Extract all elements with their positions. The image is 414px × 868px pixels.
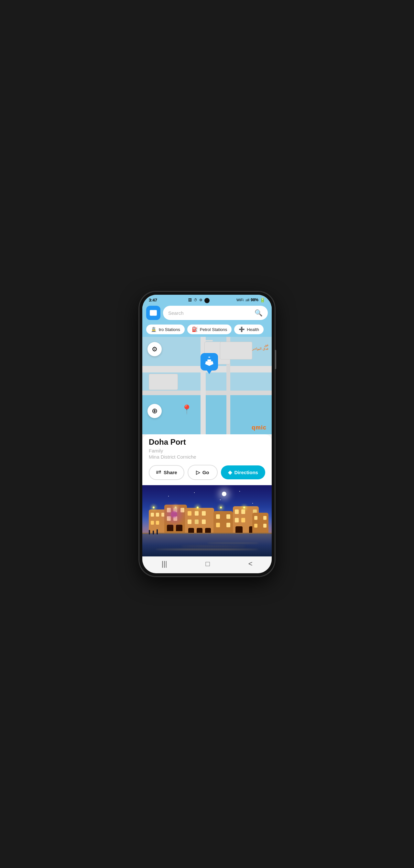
arabic-text-overlay: فقفدق البواخر	[252, 343, 269, 350]
window-c1	[187, 511, 192, 516]
ship-marker-box	[201, 353, 218, 371]
arch-e1	[236, 526, 243, 533]
app-icon[interactable]	[146, 306, 161, 320]
building-2	[220, 342, 252, 360]
metro-icon: 🚊	[151, 327, 157, 332]
back-icon: <	[248, 560, 252, 568]
building-row	[142, 500, 272, 535]
petrol-icon: ⛽	[192, 327, 198, 332]
water-reflection-overlay	[142, 534, 272, 556]
ship-icon	[204, 356, 215, 367]
petrol-label: Petrol Stations	[200, 327, 228, 332]
window-e5	[241, 518, 245, 522]
water-reflection-2	[181, 546, 246, 547]
share-button[interactable]: ⮂ Share	[149, 465, 184, 480]
search-bar-container: Search 🔍	[142, 304, 272, 323]
battery-icon: 🔋	[260, 297, 265, 303]
status-time: 3:47	[149, 298, 157, 303]
share-icon: ⮂	[156, 470, 161, 475]
share-label: Share	[164, 470, 177, 475]
place-detail-sheet: Doha Port Family Mina District Corniche …	[142, 434, 272, 485]
window-c2	[195, 511, 199, 516]
water-area	[142, 534, 272, 556]
road-horizontal-2	[142, 391, 272, 395]
building-3	[149, 374, 178, 390]
camera-icon: 🖼	[188, 298, 192, 302]
bldg-d	[213, 511, 233, 535]
person-2	[153, 530, 154, 534]
star-1	[168, 496, 169, 497]
window-e1	[235, 509, 239, 514]
window-d4	[227, 523, 230, 527]
water-reflection-3	[207, 543, 259, 544]
place-photo	[142, 485, 272, 556]
lamp-1	[153, 506, 154, 508]
directions-icon: ◈	[228, 469, 232, 475]
bldg-c	[185, 508, 214, 535]
window-2	[156, 513, 159, 517]
directions-label: Directions	[235, 470, 258, 475]
window-b3	[180, 508, 184, 513]
filter-chip-petrol[interactable]: ⛽ Petrol Stations	[187, 324, 232, 334]
filter-chips-container: 🚊 tro Stations ⛽ Petrol Stations ➕ Healt…	[142, 323, 272, 337]
map-settings-button[interactable]: ⚙	[147, 342, 162, 356]
health-icon: ➕	[239, 327, 245, 332]
search-placeholder: Search	[168, 310, 252, 316]
purple-light	[171, 511, 177, 518]
search-input-wrapper[interactable]: Search 🔍	[163, 306, 268, 320]
go-icon: ▷	[196, 469, 200, 475]
window-d3	[216, 523, 220, 527]
home-icon: □	[205, 560, 210, 568]
window-f2	[263, 516, 267, 520]
person-1	[149, 530, 150, 534]
window-c5	[195, 520, 199, 524]
arch-2	[176, 525, 182, 531]
window-d2	[227, 514, 230, 519]
phone-screen: 3:47 🖼 ⏱ ⚙ • WiFi .ull 98% 🔋	[142, 295, 272, 573]
filter-chip-metro[interactable]: 🚊 tro Stations	[146, 324, 185, 334]
phone-device: 3:47 🖼 ⏱ ⚙ • WiFi .ull 98% 🔋	[139, 291, 275, 577]
search-icon[interactable]: 🔍	[254, 309, 263, 317]
metro-label: tro Stations	[159, 327, 180, 332]
crosshair-icon: ⊕	[152, 407, 158, 415]
star-4	[239, 491, 240, 492]
recent-icon: |||	[162, 560, 167, 568]
window-f4	[263, 524, 267, 528]
window-b1	[167, 508, 171, 513]
window-5	[156, 521, 159, 525]
svg-rect-1	[208, 356, 210, 358]
camera2-icon: ⏱	[194, 298, 197, 302]
window-f3	[254, 524, 257, 528]
light-spot	[222, 492, 227, 496]
nav-home-button[interactable]: □	[205, 560, 210, 568]
people-silhouettes	[149, 529, 158, 534]
window-e2	[241, 509, 245, 514]
map-view[interactable]: فقفدق البواخر ⚙ ⊕	[142, 337, 272, 434]
directions-button[interactable]: ◈ Directions	[221, 465, 265, 479]
filter-chip-health[interactable]: ➕ Health	[234, 324, 264, 334]
arch-1	[167, 525, 173, 531]
red-location-pin: 📍	[181, 404, 193, 415]
nav-back-button[interactable]: <	[248, 560, 252, 568]
window-c3	[202, 511, 206, 516]
nav-recent-button[interactable]: |||	[162, 560, 167, 568]
lamp-3	[197, 506, 199, 508]
window-1	[151, 513, 154, 517]
ship-marker-tail	[207, 370, 212, 374]
lamp-5	[243, 506, 245, 508]
health-label: Health	[247, 327, 259, 332]
go-button[interactable]: ▷ Go	[187, 465, 218, 480]
side-button	[275, 350, 276, 369]
signal-icon: .ull	[245, 298, 249, 302]
place-category: Family	[149, 448, 265, 454]
gear-icon: ⚙	[152, 345, 158, 353]
svg-rect-0	[150, 310, 157, 315]
map-location-button[interactable]: ⊕	[147, 404, 162, 418]
map-icon	[149, 309, 158, 317]
settings-status-icon: ⚙	[199, 298, 203, 302]
window-b4	[167, 516, 171, 521]
window-c4	[187, 520, 192, 524]
place-address: Mina District Corniche	[149, 454, 265, 460]
ship-map-marker[interactable]	[201, 353, 218, 374]
battery-level: 98%	[251, 298, 258, 302]
